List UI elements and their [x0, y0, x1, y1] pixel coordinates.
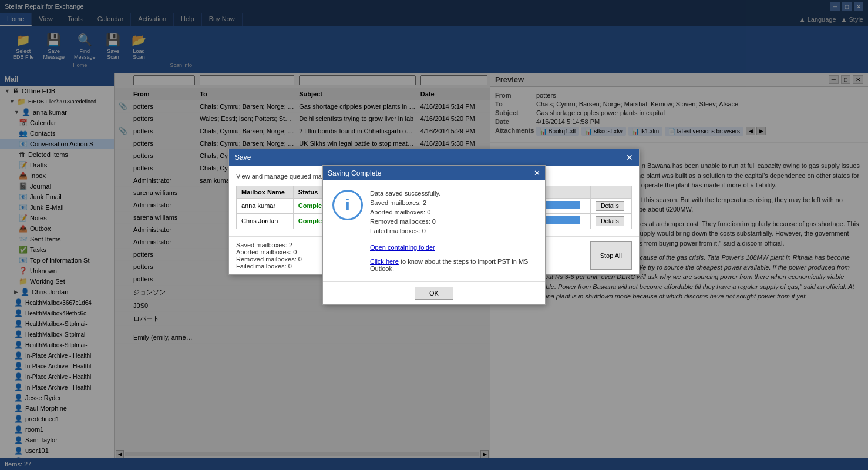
- saving-complete-title: Saving Complete: [328, 169, 381, 177]
- stop-all-button[interactable]: Stop All: [590, 241, 632, 270]
- row-mailbox: Chris Jordan: [237, 213, 294, 229]
- row-action: Details: [591, 198, 632, 213]
- saving-complete-dialog: Saving Complete ✕ i Data saved successfu…: [322, 165, 546, 305]
- save-dialog-titlebar: Save ✕: [229, 149, 639, 166]
- save-msg2: Saved mailboxes: 2: [370, 199, 536, 206]
- click-here-link: Click here to know about the steps to im…: [370, 258, 528, 272]
- ok-button[interactable]: OK: [415, 287, 453, 300]
- aborted-count: Aborted mailboxes: 0: [236, 249, 302, 256]
- save-msg4: Removed mailboxes: 0: [370, 218, 536, 225]
- failed-count: Failed mailboxes: 0: [236, 263, 302, 270]
- saved-count: Saved mailboxes: 2: [236, 241, 302, 249]
- row-mailbox: anna kumar: [237, 198, 294, 213]
- col-mailbox: Mailbox Name: [237, 186, 294, 198]
- click-here-button[interactable]: Click here: [370, 258, 399, 265]
- saving-complete-body: i Data saved successfully. Saved mailbox…: [323, 180, 545, 281]
- row-action: Details: [591, 213, 632, 229]
- save-stats: Saved mailboxes: 2 Aborted mailboxes: 0 …: [236, 241, 302, 270]
- col-action: [591, 186, 632, 198]
- removed-count: Removed mailboxes: 0: [236, 256, 302, 263]
- save-msg1: Data saved successfully.: [370, 190, 536, 197]
- detail-button[interactable]: Details: [596, 201, 624, 211]
- saving-complete-close-button[interactable]: ✕: [534, 169, 540, 177]
- open-folder-link[interactable]: Open containing folder: [370, 244, 435, 251]
- save-dialog-title: Save: [235, 153, 251, 162]
- save-msg3: Aborted mailboxes: 0: [370, 209, 536, 216]
- saving-complete-titlebar: Saving Complete ✕: [323, 166, 545, 180]
- modal-overlay: Save ✕ View and manage queued mailboxes …: [0, 0, 868, 470]
- info-icon: i: [332, 190, 363, 220]
- detail-button[interactable]: Details: [596, 216, 624, 226]
- save-dialog-close-button[interactable]: ✕: [626, 153, 633, 162]
- saving-complete-text: Data saved successfully. Saved mailboxes…: [370, 190, 536, 272]
- save-msg5: Failed mailboxes: 0: [370, 227, 536, 234]
- saving-complete-footer: OK: [323, 281, 545, 304]
